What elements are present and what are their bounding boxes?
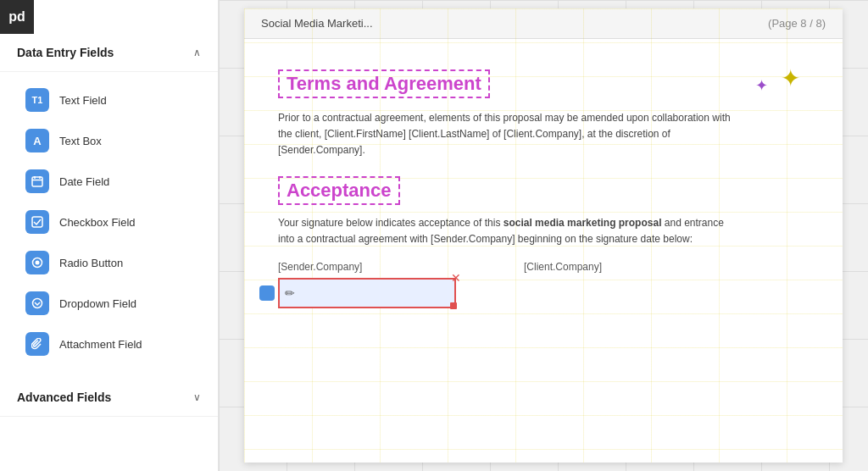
- main-area: Social Media Marketi... (Page 8 / 8) ✦ ✦…: [219, 0, 868, 471]
- sender-signature-block: [Sender.Company] ✏ ✕: [278, 261, 456, 308]
- date-field-label: Date Field: [59, 175, 109, 188]
- svg-point-7: [33, 299, 42, 308]
- document-header: Social Media Marketi... (Page 8 / 8): [244, 8, 843, 39]
- sparkle-large-icon: ✦: [781, 64, 800, 92]
- acceptance-heading-box: Acceptance: [278, 176, 400, 205]
- acceptance-body: Your signature below indicates acceptanc…: [278, 215, 736, 247]
- attachment-field-label: Attachment Field: [59, 338, 142, 351]
- date-field-icon: [25, 169, 49, 193]
- svg-point-6: [36, 261, 40, 265]
- signatures-row: [Sender.Company] ✏ ✕: [278, 261, 809, 308]
- sidebar: Data Entry Fields ∧ T1 Text Field A Text…: [0, 0, 219, 471]
- dropdown-field-label: Dropdown Field: [59, 297, 136, 310]
- terms-body: Prior to a contractual agreement, elemen…: [278, 110, 736, 159]
- sender-label: [Sender.Company]: [278, 261, 456, 273]
- signature-edit-icon: ✏: [285, 286, 295, 300]
- radio-button-label: Radio Button: [59, 257, 123, 269]
- advanced-fields-title: Advanced Fields: [17, 391, 111, 404]
- acceptance-body-before: Your signature below indicates acceptanc…: [278, 217, 504, 229]
- terms-heading: Terms and Agreement: [287, 73, 481, 94]
- data-entry-field-list: T1 Text Field A Text Box Date Field: [0, 72, 218, 372]
- signature-input-box[interactable]: ✏ ✕: [278, 278, 456, 308]
- field-item-dropdown-field[interactable]: Dropdown Field: [8, 284, 209, 323]
- advanced-fields-section-header[interactable]: Advanced Fields ∨: [0, 379, 218, 417]
- terms-heading-box: Terms and Agreement: [278, 69, 490, 98]
- client-label: [Client.Company]: [524, 261, 602, 273]
- document-container: Social Media Marketi... (Page 8 / 8) ✦ ✦…: [244, 8, 843, 463]
- data-entry-fields-section-header[interactable]: Data Entry Fields ∧: [0, 34, 218, 72]
- logo: pd: [0, 0, 34, 34]
- signature-box-wrapper: ✏ ✕: [278, 278, 456, 308]
- text-box-icon: A: [25, 129, 49, 152]
- document-content: ✦ ✦ Terms and Agreement Prior to a contr…: [244, 39, 843, 325]
- field-item-text-box[interactable]: A Text Box: [8, 121, 209, 160]
- attachment-field-icon: [25, 332, 49, 356]
- text-field-label: Text Field: [59, 94, 107, 107]
- advanced-fields-chevron-icon: ∨: [193, 391, 201, 403]
- acceptance-section: Acceptance Your signature below indicate…: [278, 176, 809, 247]
- field-item-radio-button[interactable]: Radio Button: [8, 243, 209, 282]
- field-item-text-field[interactable]: T1 Text Field: [8, 80, 209, 119]
- sparkle-small-icon: ✦: [755, 76, 768, 95]
- data-entry-chevron-icon: ∧: [193, 47, 201, 58]
- data-entry-fields-title: Data Entry Fields: [17, 46, 114, 59]
- text-box-label: Text Box: [59, 135, 102, 147]
- radio-button-icon: [25, 251, 49, 274]
- svg-rect-0: [32, 177, 42, 186]
- field-item-attachment-field[interactable]: Attachment Field: [8, 324, 209, 363]
- field-item-checkbox-field[interactable]: Checkbox Field: [8, 202, 209, 241]
- document-page-info: (Page 8 / 8): [768, 17, 826, 30]
- signature-close-icon[interactable]: ✕: [451, 271, 461, 285]
- terms-section: Terms and Agreement Prior to a contractu…: [278, 69, 809, 159]
- checkbox-field-icon: [25, 210, 49, 234]
- text-field-icon: T1: [25, 88, 49, 112]
- acceptance-heading: Acceptance: [287, 180, 392, 201]
- dropdown-field-icon: [25, 291, 49, 315]
- signature-handle-icon: [259, 285, 275, 301]
- logo-icon: pd: [8, 9, 25, 25]
- document-title: Social Media Marketi...: [261, 17, 373, 30]
- checkbox-field-label: Checkbox Field: [59, 216, 136, 229]
- client-signature-block: [Client.Company]: [524, 261, 602, 278]
- acceptance-body-bold: social media marketing proposal: [504, 217, 662, 229]
- field-item-date-field[interactable]: Date Field: [8, 162, 209, 201]
- svg-rect-4: [32, 217, 42, 227]
- signature-resize-handle[interactable]: [450, 302, 457, 309]
